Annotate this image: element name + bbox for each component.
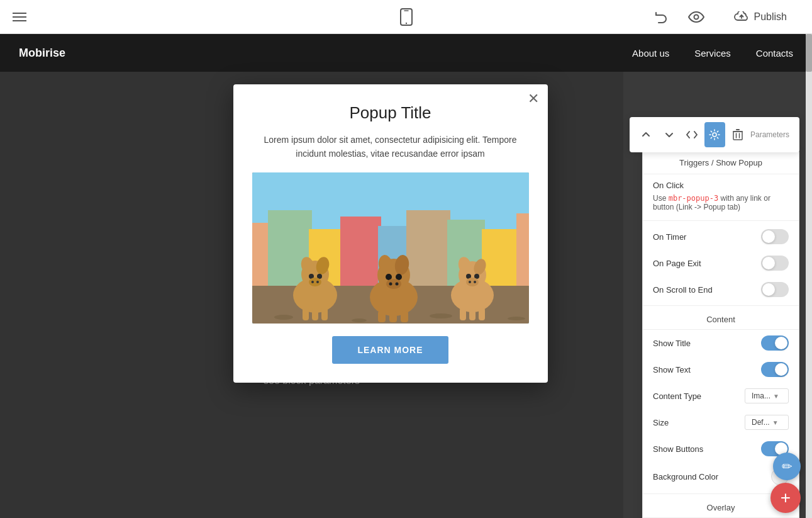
show-buttons-label: Show Buttons [653,444,703,454]
svg-point-34 [386,274,392,280]
on-page-exit-label: On Page Exit [653,259,701,268]
svg-point-54 [274,315,293,320]
on-timer-label: On Timer [653,232,686,242]
size-row: Size Def... ▼ [643,409,799,436]
svg-point-24 [309,278,321,286]
nav-services[interactable]: Services [694,48,731,59]
svg-point-26 [316,281,319,283]
svg-rect-41 [401,311,408,322]
divider-1 [643,220,799,221]
floating-edit-button[interactable]: ✏ [773,453,801,480]
svg-point-25 [311,281,314,283]
content-type-label: Content Type [653,391,701,401]
svg-point-3 [694,14,698,19]
add-icon: + [781,488,791,508]
svg-point-56 [430,313,452,318]
svg-rect-53 [479,308,485,320]
size-arrow: ▼ [772,419,779,426]
on-click-section: On Click Use mbr-popup-3 with any link o… [643,174,799,218]
content-type-dropdown[interactable]: Ima... ▼ [745,388,789,403]
show-text-row: Show Text [643,356,799,383]
show-text-toggle[interactable] [761,362,789,377]
content-type-value: Ima... [752,391,770,400]
on-page-exit-knob [762,257,775,269]
svg-point-35 [396,274,402,280]
show-text-knob [775,363,787,376]
top-toolbar: Publish [0,0,812,34]
svg-point-58 [713,133,716,137]
svg-rect-59 [733,132,742,140]
svg-point-48 [466,278,479,286]
popup-modal-title: Popup Title [252,103,529,123]
code-button[interactable] [682,122,702,147]
svg-rect-51 [460,308,466,320]
publish-button[interactable]: Publish [721,6,799,28]
publish-label: Publish [754,11,787,23]
toolbar-left [13,13,26,21]
delete-button[interactable] [728,122,748,147]
toolbar-right: Publish [651,6,799,28]
svg-point-38 [395,282,398,285]
popup-modal-image [252,172,529,324]
svg-rect-12 [340,217,381,286]
move-up-button[interactable] [636,122,656,147]
on-click-label: On Click [653,181,789,190]
bg-color-label: Background Color [653,472,718,481]
content-type-arrow: ▼ [773,393,779,400]
svg-point-55 [352,318,367,322]
svg-rect-17 [516,213,529,286]
main-canvas: Mobirise About us Services Contacts Popu… [0,34,812,518]
code-class-inline: mbr-popup-3 [669,194,718,203]
svg-rect-14 [406,210,450,286]
content-type-row: Content Type Ima... ▼ [643,383,799,409]
component-action-bar: Parameters [630,117,799,152]
on-scroll-label: On Scroll to End [653,285,713,295]
hamburger-icon[interactable] [13,13,26,21]
triggers-title: Triggers / Show Popup [643,150,799,174]
nav-contacts[interactable]: Contacts [756,48,793,59]
toolbar-center [396,7,416,27]
show-title-knob [775,337,787,349]
preview-eye-icon[interactable] [686,7,706,27]
undo-icon[interactable] [651,7,671,27]
move-down-button[interactable] [659,122,679,147]
on-page-exit-toggle[interactable] [761,256,789,271]
scrollbar-thumb[interactable] [806,34,812,72]
content-title: Content [643,308,799,330]
show-title-row: Show Title [643,330,799,356]
on-timer-toggle[interactable] [761,229,789,244]
svg-point-57 [508,317,525,320]
edit-icon: ✏ [782,459,793,474]
learn-more-button[interactable]: LEARN MORE [332,336,448,364]
nav-about[interactable]: About us [632,48,669,59]
size-value: Def... [752,418,770,427]
on-scroll-toggle[interactable] [761,282,789,297]
size-dropdown[interactable]: Def... ▼ [745,415,789,430]
on-scroll-row: On Scroll to End [643,276,799,303]
svg-point-36 [386,279,401,289]
show-title-toggle[interactable] [761,335,789,351]
svg-rect-40 [389,311,397,322]
show-title-label: Show Title [653,339,691,348]
mobile-preview-icon[interactable] [396,7,416,27]
svg-rect-28 [312,308,318,320]
divider-2 [643,305,799,306]
site-navbar: Mobirise About us Services Contacts [0,34,812,72]
popup-modal-text: Lorem ipsum dolor sit amet, consectetur … [252,133,529,161]
svg-point-1 [405,22,406,23]
scrollbar-track[interactable] [806,34,812,518]
popup-close-button[interactable]: ✕ [528,92,539,106]
svg-point-49 [469,281,471,283]
popup-modal: ✕ Popup Title Lorem ipsum dolor sit amet… [233,84,548,383]
floating-add-button[interactable]: + [770,483,801,513]
site-brand: Mobirise [19,47,65,60]
on-timer-row: On Timer [643,223,799,250]
params-label: Parameters [750,130,793,139]
svg-point-50 [474,281,476,283]
settings-button[interactable] [704,122,725,147]
svg-rect-27 [303,308,309,320]
show-text-label: Show Text [653,365,691,374]
on-page-exit-row: On Page Exit [643,250,799,276]
nav-links: About us Services Contacts [632,48,793,59]
svg-point-37 [389,282,392,285]
